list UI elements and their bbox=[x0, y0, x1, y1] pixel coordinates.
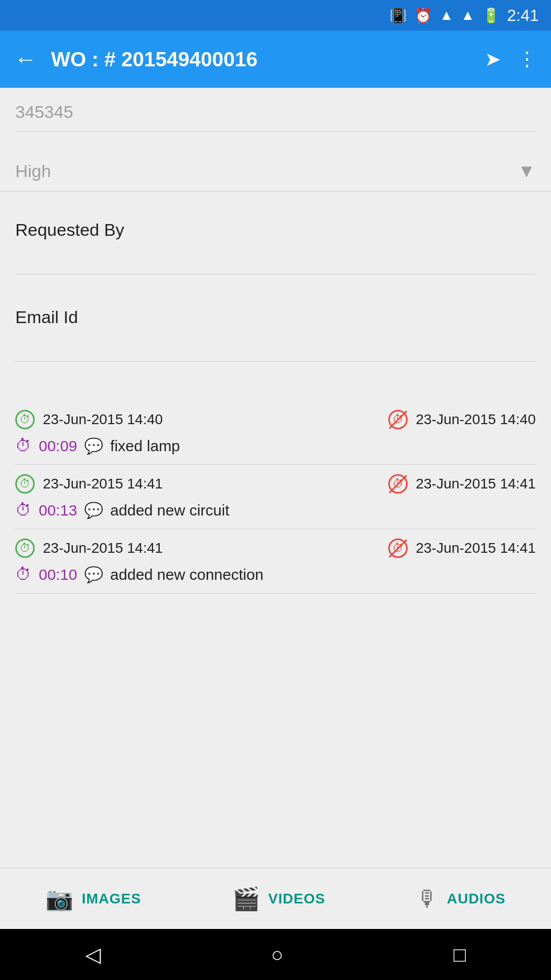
activity-row: ⏱ 23-Jun-2015 14:41 ⏱ 23-Jun-2015 14:41 … bbox=[15, 465, 536, 529]
app-bar: ← WO : # 201549400016 ➤ ⋮ bbox=[0, 31, 551, 88]
recents-nav-icon[interactable]: □ bbox=[454, 943, 466, 966]
activity-end-date: 23-Jun-2015 14:41 bbox=[416, 476, 536, 492]
reference-number-field: 345345 bbox=[0, 88, 551, 132]
activity-end-date: 23-Jun-2015 14:41 bbox=[416, 540, 536, 556]
comment-icon: 💬 bbox=[84, 437, 103, 455]
end-clock-icon: ⏱ bbox=[388, 410, 408, 429]
back-button[interactable]: ← bbox=[14, 46, 37, 72]
activity-row-bottom: ⏱ 00:09 💬 fixed lamp bbox=[15, 436, 536, 455]
status-icons: 📳 ⏰ ▲ ▲ 🔋 2:41 bbox=[389, 6, 539, 25]
home-nav-icon[interactable]: ○ bbox=[271, 943, 283, 966]
email-id-label: Email Id bbox=[15, 307, 536, 327]
page-title: WO : # 201549400016 bbox=[51, 48, 470, 71]
activity-end: ⏱ 23-Jun-2015 14:41 bbox=[388, 538, 536, 558]
duration-icon: ⏱ bbox=[15, 436, 32, 455]
images-button[interactable]: 📷 IMAGES bbox=[45, 886, 141, 912]
activity-duration: 00:10 bbox=[39, 566, 77, 583]
activity-duration: 00:09 bbox=[39, 437, 77, 455]
duration-icon: ⏱ bbox=[15, 565, 32, 584]
activity-section: ⏱ 23-Jun-2015 14:40 ⏱ 23-Jun-2015 14:40 … bbox=[0, 390, 551, 604]
bottom-bar: 📷 IMAGES 🎬 VIDEOS 🎙 AUDIOS bbox=[0, 868, 551, 929]
activity-end-date: 23-Jun-2015 14:40 bbox=[416, 411, 536, 428]
activity-start-date: 23-Jun-2015 14:41 bbox=[43, 476, 163, 492]
more-options-button[interactable]: ⋮ bbox=[517, 48, 537, 70]
wifi-icon: ▲ bbox=[439, 7, 454, 23]
activity-start: ⏱ 23-Jun-2015 14:41 bbox=[15, 474, 388, 494]
activity-row-top: ⏱ 23-Jun-2015 14:41 ⏱ 23-Jun-2015 14:41 bbox=[15, 474, 536, 494]
video-icon: 🎬 bbox=[232, 886, 260, 912]
audios-button[interactable]: 🎙 AUDIOS bbox=[416, 886, 506, 912]
email-id-field: Email Id bbox=[0, 293, 551, 366]
activity-comment: fixed lamp bbox=[110, 437, 180, 455]
reference-number-value[interactable]: 345345 bbox=[15, 102, 536, 132]
vibrate-icon: 📳 bbox=[389, 7, 407, 24]
activity-row: ⏱ 23-Jun-2015 14:41 ⏱ 23-Jun-2015 14:41 … bbox=[15, 529, 536, 594]
activity-start: ⏱ 23-Jun-2015 14:40 bbox=[15, 410, 388, 429]
priority-value: High bbox=[15, 161, 517, 181]
app-bar-actions: ➤ ⋮ bbox=[485, 48, 537, 70]
start-clock-icon: ⏱ bbox=[15, 410, 35, 429]
activity-start-date: 23-Jun-2015 14:41 bbox=[43, 540, 163, 556]
duration-icon: ⏱ bbox=[15, 501, 32, 520]
requested-by-input[interactable] bbox=[15, 249, 536, 275]
start-clock-icon: ⏱ bbox=[15, 538, 35, 558]
end-clock-icon: ⏱ bbox=[388, 538, 408, 558]
status-time: 2:41 bbox=[507, 6, 539, 25]
activity-start: ⏱ 23-Jun-2015 14:41 bbox=[15, 538, 388, 558]
activity-row: ⏱ 23-Jun-2015 14:40 ⏱ 23-Jun-2015 14:40 … bbox=[15, 401, 536, 465]
end-clock-icon: ⏱ bbox=[388, 474, 408, 494]
activity-end: ⏱ 23-Jun-2015 14:41 bbox=[388, 474, 536, 494]
signal-icon: ▲ bbox=[461, 7, 475, 23]
start-clock-icon: ⏱ bbox=[15, 474, 35, 494]
activity-comment: added new circuit bbox=[110, 502, 229, 519]
activity-row-top: ⏱ 23-Jun-2015 14:40 ⏱ 23-Jun-2015 14:40 bbox=[15, 410, 536, 429]
camera-icon: 📷 bbox=[45, 886, 73, 912]
videos-label: VIDEOS bbox=[268, 891, 325, 907]
back-nav-icon[interactable]: ◁ bbox=[85, 943, 101, 966]
activity-row-top: ⏱ 23-Jun-2015 14:41 ⏱ 23-Jun-2015 14:41 bbox=[15, 538, 536, 558]
comment-icon: 💬 bbox=[84, 501, 103, 519]
status-bar: 📳 ⏰ ▲ ▲ 🔋 2:41 bbox=[0, 0, 551, 31]
activity-row-bottom: ⏱ 00:10 💬 added new connection bbox=[15, 565, 536, 584]
android-nav-bar: ◁ ○ □ bbox=[0, 929, 551, 980]
activity-comment: added new connection bbox=[110, 566, 263, 583]
comment-icon: 💬 bbox=[84, 566, 103, 583]
activity-duration: 00:13 bbox=[39, 502, 77, 519]
activity-start-date: 23-Jun-2015 14:40 bbox=[43, 411, 163, 428]
priority-field[interactable]: High ▼ bbox=[0, 146, 551, 191]
dropdown-icon: ▼ bbox=[517, 160, 536, 182]
videos-button[interactable]: 🎬 VIDEOS bbox=[232, 886, 325, 912]
activity-row-bottom: ⏱ 00:13 💬 added new circuit bbox=[15, 501, 536, 520]
audios-label: AUDIOS bbox=[447, 891, 506, 907]
activity-end: ⏱ 23-Jun-2015 14:40 bbox=[388, 410, 536, 429]
alarm-icon: ⏰ bbox=[414, 7, 432, 24]
battery-icon: 🔋 bbox=[482, 7, 500, 24]
content-area: 345345 High ▼ Requested By Email Id ⏱ 23… bbox=[0, 88, 551, 929]
images-label: IMAGES bbox=[82, 891, 141, 907]
requested-by-field: Requested By bbox=[0, 206, 551, 279]
microphone-icon: 🎙 bbox=[416, 886, 439, 912]
send-button[interactable]: ➤ bbox=[485, 48, 501, 70]
requested-by-label: Requested By bbox=[15, 220, 536, 240]
email-id-input[interactable] bbox=[15, 336, 536, 362]
